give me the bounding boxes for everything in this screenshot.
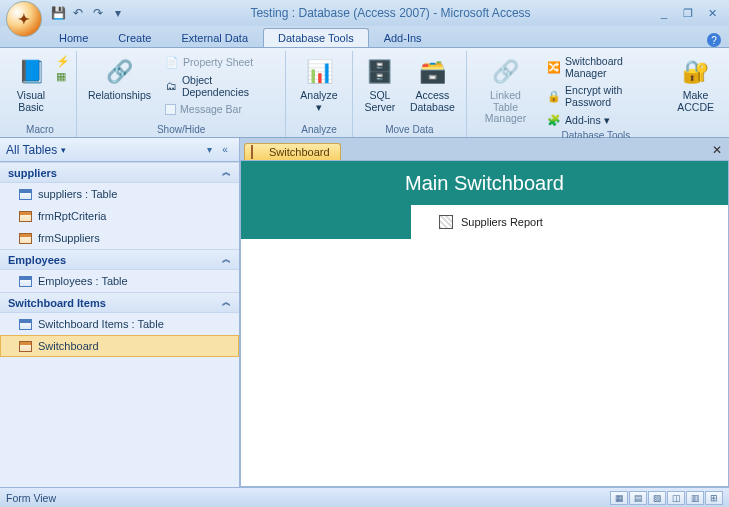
save-icon[interactable]: 💾 — [50, 5, 66, 21]
nav-collapse-icon[interactable]: « — [217, 142, 233, 158]
form-icon — [18, 339, 32, 353]
form-icon — [18, 231, 32, 245]
visual-basic-icon: 📘 — [15, 56, 47, 88]
nav-item-label: suppliers : Table — [38, 188, 117, 200]
document-close-button[interactable]: ✕ — [709, 142, 725, 158]
group-macro-label: Macro — [10, 123, 70, 137]
addins-button[interactable]: 🧩 Add-ins ▾ — [542, 111, 668, 129]
switchboard-item-icon — [439, 215, 453, 229]
tab-create[interactable]: Create — [103, 28, 166, 47]
visual-basic-label: Visual Basic — [17, 90, 45, 113]
property-sheet-icon: 📄 — [165, 55, 179, 69]
switchboard-item-suppliers-report[interactable]: Suppliers Report — [439, 215, 543, 229]
make-accde-label: Make ACCDE — [677, 90, 714, 113]
nav-item-frmrptcriteria[interactable]: frmRptCriteria — [0, 205, 239, 227]
addins-icon: 🧩 — [547, 113, 561, 127]
group-movedata: 🗄️ SQL Server 🗃️ Access Database Move Da… — [353, 51, 467, 137]
switchboard-item-label: Suppliers Report — [461, 216, 543, 228]
qat-dropdown-icon[interactable]: ▾ — [110, 5, 126, 21]
table-icon — [18, 274, 32, 288]
tab-database-tools[interactable]: Database Tools — [263, 28, 369, 47]
object-dependencies-button[interactable]: 🗂 Object Dependencies — [160, 72, 279, 100]
analyze-icon: 📊 — [303, 56, 335, 88]
sql-server-button[interactable]: 🗄️ SQL Server — [359, 53, 401, 116]
object-dependencies-label: Object Dependencies — [182, 74, 274, 98]
redo-icon[interactable]: ↷ — [90, 5, 106, 21]
encrypt-password-button[interactable]: 🔒 Encrypt with Password — [542, 82, 668, 110]
layout-view-button[interactable]: ▧ — [648, 491, 666, 505]
undo-icon[interactable]: ↶ — [70, 5, 86, 21]
nav-item-frmsuppliers[interactable]: frmSuppliers — [0, 227, 239, 249]
window-title: Testing : Database (Access 2007) - Micro… — [126, 6, 655, 20]
relationships-button[interactable]: 🔗 Relationships — [83, 53, 156, 105]
nav-item-label: Switchboard — [38, 340, 99, 352]
pivotchart-view-button[interactable]: ⊞ — [705, 491, 723, 505]
pivot-view-button[interactable]: ▥ — [686, 491, 704, 505]
switchboard-manager-icon: 🔀 — [547, 60, 561, 74]
form-icon — [251, 146, 265, 158]
object-dependencies-icon: 🗂 — [165, 79, 178, 93]
nav-group-suppliers[interactable]: suppliers ︽ — [0, 162, 239, 183]
nav-item-employees-table[interactable]: Employees : Table — [0, 270, 239, 292]
addins-label: Add-ins ▾ — [565, 114, 610, 126]
access-database-button[interactable]: 🗃️ Access Database — [405, 53, 460, 116]
group-analyze: 📊 Analyze ▾ Analyze — [286, 51, 353, 137]
view-buttons: ▦ ▤ ▧ ◫ ▥ ⊞ — [610, 491, 723, 505]
group-movedata-label: Move Data — [359, 123, 460, 137]
office-button[interactable]: ✦ — [6, 1, 42, 37]
message-bar-button: Message Bar — [160, 101, 279, 117]
encrypt-password-label: Encrypt with Password — [565, 84, 663, 108]
linked-table-icon: 🔗 — [489, 56, 521, 88]
collapse-icon: ︽ — [222, 253, 231, 266]
sql-server-label: SQL Server — [364, 90, 395, 113]
switchboard-manager-button[interactable]: 🔀 Switchboard Manager — [542, 53, 668, 81]
document-area: Switchboard ✕ Main Switchboard Suppliers… — [240, 138, 729, 487]
ribbon-tabs: Home Create External Data Database Tools… — [0, 26, 729, 48]
analyze-label: Analyze ▾ — [297, 90, 341, 113]
title-bar: ✦ 💾 ↶ ↷ ▾ Testing : Database (Access 200… — [0, 0, 729, 26]
group-showhide: 🔗 Relationships 📄 Property Sheet 🗂 Objec… — [77, 51, 286, 137]
tab-external-data[interactable]: External Data — [166, 28, 263, 47]
close-button[interactable]: ✕ — [703, 6, 721, 20]
group-dbtools: 🔗 Linked Table Manager 🔀 Switchboard Man… — [467, 51, 725, 137]
document-tab-switchboard[interactable]: Switchboard — [244, 143, 341, 160]
group-analyze-label: Analyze — [292, 123, 346, 137]
window-controls: _ ❐ ✕ — [655, 6, 721, 20]
datasheet-view-button[interactable]: ▤ — [629, 491, 647, 505]
message-bar-label: Message Bar — [180, 103, 242, 115]
nav-group-employees[interactable]: Employees ︽ — [0, 249, 239, 270]
nav-group-switchboard-items[interactable]: Switchboard Items ︽ — [0, 292, 239, 313]
property-sheet-label: Property Sheet — [183, 56, 253, 68]
linked-table-manager-button: 🔗 Linked Table Manager — [473, 53, 538, 128]
form-view-button[interactable]: ▦ — [610, 491, 628, 505]
nav-search-dropdown-icon[interactable]: ▾ — [201, 142, 217, 158]
message-bar-checkbox — [165, 104, 176, 115]
nav-group-label: Switchboard Items — [8, 297, 106, 309]
macro-builder-icon[interactable]: ▦ — [56, 70, 70, 83]
make-accde-button[interactable]: 🔐 Make ACCDE — [672, 53, 719, 116]
minimize-button[interactable]: _ — [655, 6, 673, 20]
analyze-button[interactable]: 📊 Analyze ▾ — [292, 53, 346, 116]
run-macro-icon[interactable]: ⚡ — [56, 55, 70, 68]
navigation-pane: All Tables ▾ ▾ « suppliers ︽ suppliers :… — [0, 138, 240, 487]
nav-pane-body: suppliers ︽ suppliers : Table frmRptCrit… — [0, 162, 239, 487]
tab-home[interactable]: Home — [44, 28, 103, 47]
nav-pane-header[interactable]: All Tables ▾ ▾ « — [0, 138, 239, 162]
nav-item-switchboard[interactable]: Switchboard — [0, 335, 239, 357]
access-database-icon: 🗃️ — [416, 56, 448, 88]
quick-access-toolbar: 💾 ↶ ↷ ▾ — [50, 5, 126, 21]
restore-button[interactable]: ❐ — [679, 6, 697, 20]
tab-addins[interactable]: Add-Ins — [369, 28, 437, 47]
relationships-icon: 🔗 — [104, 56, 136, 88]
nav-group-label: Employees — [8, 254, 66, 266]
status-text: Form View — [6, 492, 56, 504]
encrypt-icon: 🔒 — [547, 89, 561, 103]
nav-item-label: frmRptCriteria — [38, 210, 106, 222]
visual-basic-button[interactable]: 📘 Visual Basic — [10, 53, 52, 116]
nav-item-switchboard-items-table[interactable]: Switchboard Items : Table — [0, 313, 239, 335]
design-view-button[interactable]: ◫ — [667, 491, 685, 505]
help-icon[interactable]: ? — [707, 33, 721, 47]
relationships-label: Relationships — [88, 90, 151, 102]
group-showhide-label: Show/Hide — [83, 123, 279, 137]
nav-item-suppliers-table[interactable]: suppliers : Table — [0, 183, 239, 205]
